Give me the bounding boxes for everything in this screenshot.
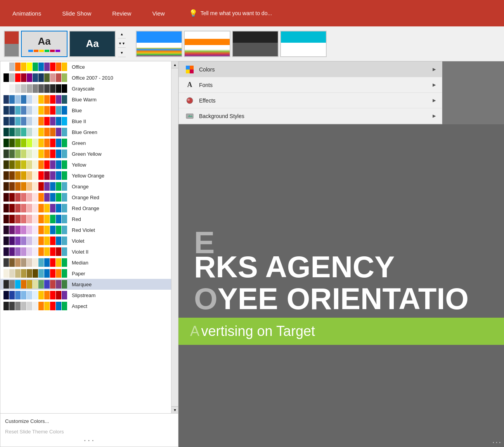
swatch-15-0 (3, 226, 9, 234)
color-item-violet[interactable]: Violet (0, 235, 178, 246)
slide-title-part1: E (194, 226, 215, 259)
swatch-row-12 (3, 193, 69, 202)
swatch-20-7 (44, 280, 50, 289)
scrollbar-track[interactable] (171, 68, 178, 406)
color-item-median[interactable]: Median (0, 257, 178, 268)
color-item-blue-warm[interactable]: Blue Warm (0, 94, 178, 105)
theme-thumb-r3[interactable] (232, 31, 279, 57)
color-item-red-orange[interactable]: Red Orange (0, 203, 178, 214)
theme-thumb-0[interactable] (4, 31, 19, 57)
scroll-mid-btn[interactable]: ▼▼ (118, 40, 126, 48)
swatch-13-0 (3, 204, 9, 212)
swatch-13-6 (38, 204, 44, 212)
color-item-blue-ii[interactable]: Blue II (0, 116, 178, 127)
tab-view[interactable]: View (147, 7, 169, 20)
color-item-office-2007---2010[interactable]: Office 2007 - 2010 (0, 72, 178, 83)
tab-animations[interactable]: Animations (8, 7, 46, 20)
color-item-slipstream[interactable]: Slipstream (0, 290, 178, 301)
swatch-9-2 (15, 160, 21, 169)
flyout-fonts[interactable]: A Fonts ▶ (179, 77, 442, 93)
theme-thumb-r4[interactable] (280, 31, 327, 57)
scroll-up-btn[interactable]: ▲ (118, 31, 126, 38)
swatch-7-8 (50, 139, 55, 147)
tell-me-text: Tell me what you want to do... (201, 10, 272, 16)
color-name-2: Grayscale (72, 86, 95, 92)
color-item-green-yellow[interactable]: Green Yellow (0, 148, 178, 159)
swatch-10-9 (56, 171, 61, 180)
color-item-orange-red[interactable]: Orange Red (0, 192, 178, 203)
swatch-9-8 (50, 160, 55, 169)
color-item-grayscale[interactable]: Grayscale (0, 83, 178, 94)
swatch-15-6 (38, 226, 44, 234)
swatch-18-7 (44, 258, 50, 267)
color-item-yellow-orange[interactable]: Yellow Orange (0, 170, 178, 181)
customize-colors-link[interactable]: Customize Colors... (0, 416, 178, 426)
swatch-22-8 (50, 302, 55, 310)
swatch-2-0 (3, 84, 9, 93)
tell-me-bar[interactable]: 💡 Tell me what you want to do... (189, 9, 272, 17)
color-item-red[interactable]: Red (0, 214, 178, 224)
swatch-12-0 (3, 193, 9, 202)
swatch-0-9 (56, 63, 61, 71)
effects-arrow: ▶ (433, 98, 436, 103)
theme-thumb-r1[interactable] (136, 31, 182, 57)
scrollbar[interactable]: ▲ ▼ (171, 61, 178, 413)
color-item-red-violet[interactable]: Red Violet (0, 224, 178, 235)
color-item-violet-ii[interactable]: Violet II (0, 246, 178, 257)
swatch-row-21 (3, 291, 69, 299)
swatch-8-10 (62, 150, 67, 158)
theme-thumb-2[interactable]: Aa (69, 31, 116, 57)
swatch-17-2 (15, 247, 21, 256)
swatch-15-8 (50, 226, 55, 234)
theme-thumb-1[interactable]: Aa (21, 31, 68, 57)
swatch-row-1 (3, 73, 69, 82)
scrollbar-up[interactable]: ▲ (171, 61, 178, 68)
theme-thumb-r2[interactable] (184, 31, 230, 57)
color-item-paper[interactable]: Paper (0, 268, 178, 279)
swatch-0-10 (62, 63, 67, 71)
swatch-21-7 (44, 291, 50, 299)
scroll-down-btn[interactable]: ▼ (118, 49, 126, 57)
swatch-3-4 (27, 95, 32, 104)
swatch-13-2 (15, 204, 21, 212)
swatch-4-8 (50, 106, 55, 115)
color-item-green[interactable]: Green (0, 137, 178, 148)
swatch-1-10 (62, 73, 67, 82)
swatch-15-2 (15, 226, 21, 234)
color-item-blue-green[interactable]: Blue Green (0, 127, 178, 137)
swatch-10-0 (3, 171, 9, 180)
flyout-colors[interactable]: Colors ▶ (179, 62, 442, 77)
swatch-8-7 (44, 150, 50, 158)
scrollbar-down[interactable]: ▼ (171, 406, 178, 413)
swatch-22-4 (27, 302, 32, 310)
swatch-13-5 (33, 204, 38, 212)
swatch-12-7 (44, 193, 50, 202)
swatch-18-0 (3, 258, 9, 267)
flyout-effects[interactable]: Effects ▶ (179, 93, 442, 108)
color-item-office[interactable]: Office (0, 61, 178, 72)
tab-review[interactable]: Review (107, 7, 136, 20)
right-panel: Colors ▶ A Fonts ▶ Effects ▶ (178, 61, 504, 447)
swatch-21-8 (50, 291, 55, 299)
color-item-marquee[interactable]: Marquee (0, 279, 178, 290)
color-item-blue[interactable]: Blue (0, 105, 178, 116)
swatch-4-4 (27, 106, 32, 115)
swatch-19-6 (38, 269, 44, 278)
swatch-20-0 (3, 280, 9, 289)
color-item-orange[interactable]: Orange (0, 181, 178, 192)
tab-slideshow[interactable]: Slide Show (57, 7, 96, 20)
color-item-yellow[interactable]: Yellow (0, 159, 178, 170)
flyout-background[interactable]: Background Styles ▶ (179, 108, 442, 124)
swatch-row-14 (3, 215, 69, 223)
swatch-22-1 (9, 302, 15, 310)
swatch-17-3 (21, 247, 26, 256)
swatch-21-3 (21, 291, 26, 299)
swatch-10-6 (38, 171, 44, 180)
swatch-3-3 (21, 95, 26, 104)
swatch-6-7 (44, 128, 50, 136)
swatch-19-7 (44, 269, 50, 278)
color-item-aspect[interactable]: Aspect (0, 301, 178, 311)
swatch-11-0 (3, 182, 9, 191)
swatch-row-3 (3, 95, 69, 104)
fonts-arrow: ▶ (433, 82, 436, 87)
